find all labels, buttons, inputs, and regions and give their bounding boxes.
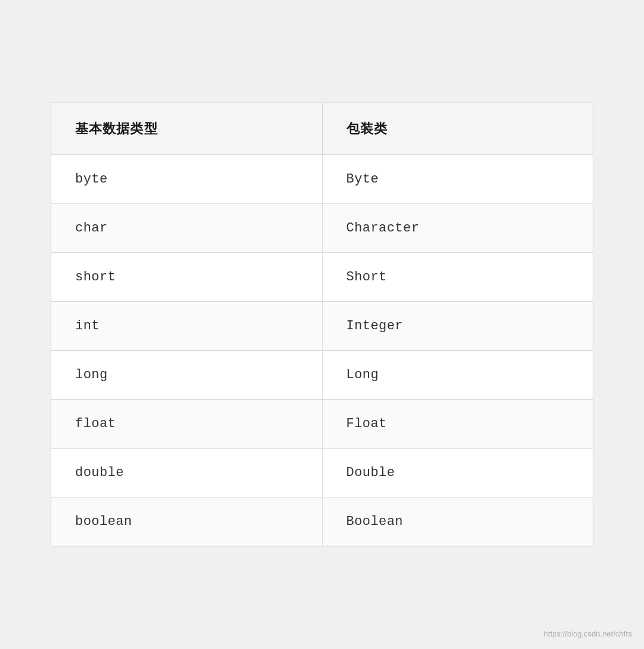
primitive-type-cell: char <box>51 204 322 253</box>
wrapper-class-cell: Character <box>322 204 593 253</box>
primitive-type-cell: boolean <box>51 497 322 546</box>
wrapper-class-cell: Integer <box>322 302 593 351</box>
table-row: floatFloat <box>51 400 593 449</box>
primitive-type-cell: long <box>51 351 322 400</box>
table-row: charCharacter <box>51 204 593 253</box>
header-wrapper: 包装类 <box>322 103 593 155</box>
header-primitive: 基本数据类型 <box>51 103 322 155</box>
data-type-table: 基本数据类型 包装类 byteBytecharCharactershortSho… <box>51 103 593 546</box>
wrapper-class-cell: Long <box>322 351 593 400</box>
wrapper-class-cell: Short <box>322 253 593 302</box>
table-row: shortShort <box>51 253 593 302</box>
wrapper-class-cell: Double <box>322 449 593 497</box>
table-header-row: 基本数据类型 包装类 <box>51 103 593 155</box>
primitive-type-cell: short <box>51 253 322 302</box>
primitive-type-cell: byte <box>51 155 322 204</box>
page-wrapper: 基本数据类型 包装类 byteBytecharCharactershortSho… <box>0 0 644 649</box>
table-row: byteByte <box>51 155 593 204</box>
wrapper-class-cell: Boolean <box>322 497 593 546</box>
wrapper-class-cell: Float <box>322 400 593 449</box>
table-row: intInteger <box>51 302 593 351</box>
table-row: doubleDouble <box>51 449 593 497</box>
primitive-type-cell: double <box>51 449 322 497</box>
primitive-type-cell: int <box>51 302 322 351</box>
table-row: booleanBoolean <box>51 497 593 546</box>
watermark: https://blog.csdn.net/chfrs <box>544 629 632 638</box>
wrapper-class-cell: Byte <box>322 155 593 204</box>
table-row: longLong <box>51 351 593 400</box>
primitive-type-cell: float <box>51 400 322 449</box>
table-container: 基本数据类型 包装类 byteBytecharCharactershortSho… <box>51 103 593 546</box>
